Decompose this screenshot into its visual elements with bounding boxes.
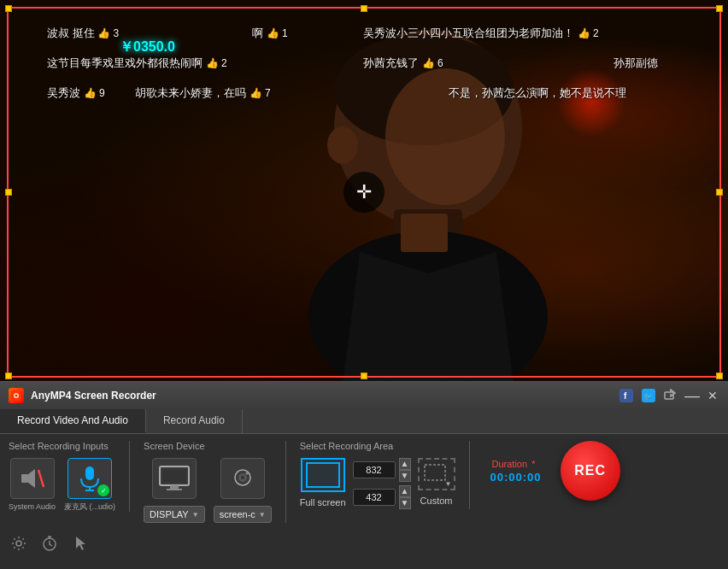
tab-video-audio[interactable]: Record Video And Audio	[0, 409, 146, 433]
svg-rect-22	[170, 485, 179, 489]
camera-icon-box[interactable]	[220, 458, 265, 499]
svg-rect-17	[85, 466, 94, 480]
custom-area-item[interactable]: ▼ Custom	[418, 458, 455, 506]
selected-badge: ✓	[97, 484, 109, 496]
display-dropdown[interactable]: DISPLAY ▼	[144, 506, 205, 523]
screen-device-label: Screen Device	[144, 441, 272, 451]
move-handle[interactable]: ✛	[343, 172, 385, 213]
microphone-icon-box[interactable]: ✓	[68, 458, 112, 499]
system-audio-icon-box[interactable]	[10, 458, 55, 499]
speaker-icon	[20, 466, 45, 491]
svg-rect-28	[307, 463, 339, 487]
display-item: DISPLAY ▼	[144, 458, 205, 523]
timer-icon[interactable]	[39, 533, 60, 554]
full-screen-icon	[306, 462, 340, 488]
full-screen-item[interactable]: Full screen	[300, 458, 346, 507]
titlebar-icons: f 🐦 — ✕	[619, 388, 719, 403]
recorder-panel: AnyMP4 Screen Recorder f 🐦	[0, 381, 728, 569]
recording-area-label: Select Recording Area	[300, 441, 455, 451]
microphone-label: 麦克风 (...udio)	[64, 502, 115, 512]
svg-text:🐦: 🐦	[643, 391, 654, 402]
size-inputs: ▲ ▼ ▲ ▼	[353, 458, 411, 509]
facebook-icon[interactable]: f	[619, 388, 634, 403]
svg-point-9	[15, 395, 18, 397]
svg-rect-15	[21, 474, 28, 483]
recording-inputs-items: System Audio ✓ 麦克风 (...udio)	[9, 458, 115, 512]
svg-point-5	[327, 126, 358, 164]
recording-inputs-label: Select Recording Inputs	[9, 441, 115, 451]
svg-rect-23	[167, 489, 182, 490]
svg-line-16	[38, 470, 44, 487]
svg-point-30	[16, 541, 21, 546]
height-input[interactable]	[353, 489, 396, 506]
width-input[interactable]	[353, 461, 396, 478]
recording-area-section: Select Recording Area Full screen	[300, 441, 470, 509]
camera-arrow: ▼	[259, 511, 266, 519]
recorder-tabs: Record Video And Audio Record Audio	[0, 409, 728, 434]
svg-point-26	[241, 476, 244, 479]
display-icon	[159, 466, 190, 491]
duration-time: 00:00:00	[490, 471, 542, 484]
camera-dropdown[interactable]: screen-c ▼	[214, 506, 272, 523]
rec-button[interactable]: REC	[561, 441, 620, 501]
height-up-btn[interactable]: ▲	[399, 485, 411, 497]
full-screen-label: Full screen	[300, 497, 346, 507]
system-audio-label: System Audio	[9, 502, 56, 512]
svg-rect-21	[162, 469, 186, 483]
height-row: ▲ ▼	[353, 485, 411, 509]
screen-device-items: DISPLAY ▼	[144, 458, 272, 523]
width-up-btn[interactable]: ▲	[399, 458, 411, 470]
recording-inputs-section: Select Recording Inputs System Audio	[9, 441, 130, 512]
recording-area-items: Full screen ▲ ▼	[300, 458, 455, 509]
duration-rec-section: Duration * 00:00:00 REC	[484, 441, 620, 501]
svg-rect-6	[401, 214, 448, 252]
share-icon[interactable]	[663, 388, 678, 403]
recorder-content: Select Recording Inputs System Audio	[0, 434, 728, 530]
video-area: 波叔 挺住 👍 3 啊 👍 1 吴秀波小三小四小五联合组团为老师加油！ 👍 2 …	[0, 0, 728, 384]
system-audio-item[interactable]: System Audio	[9, 458, 56, 512]
screen-device-section: Screen Device DISPLAY ▼	[144, 441, 286, 523]
full-screen-box[interactable]	[301, 458, 345, 492]
duration-label: Duration *	[490, 459, 542, 469]
svg-rect-29	[425, 465, 445, 480]
recorder-bottom	[0, 530, 728, 557]
height-down-btn[interactable]: ▼	[399, 497, 411, 509]
camera-item: screen-c ▼	[214, 458, 272, 523]
cursor-icon[interactable]	[70, 533, 91, 554]
microphone-item[interactable]: ✓ 麦克风 (...udio)	[64, 458, 115, 512]
person-silhouette	[274, 26, 573, 384]
width-down-btn[interactable]: ▼	[399, 470, 411, 482]
red-light	[557, 68, 625, 137]
watermark: ￥0350.0	[120, 38, 175, 56]
close-button[interactable]: ✕	[706, 389, 719, 402]
width-row: ▲ ▼	[353, 458, 411, 482]
app-title: AnyMP4 Screen Recorder	[31, 390, 612, 402]
display-dropdown-btn[interactable]: DISPLAY ▼	[144, 506, 205, 523]
svg-point-4	[385, 68, 505, 205]
settings-icon[interactable]	[9, 533, 29, 554]
tab-audio[interactable]: Record Audio	[146, 409, 243, 433]
custom-area-box[interactable]: ▼	[418, 458, 455, 490]
camera-dropdown-btn[interactable]: screen-c ▼	[214, 506, 272, 523]
size-and-custom: ▲ ▼ ▲ ▼	[353, 458, 411, 509]
display-icon-box[interactable]	[152, 458, 197, 499]
dropdown-arrow: ▼	[192, 511, 199, 519]
camera-icon	[228, 466, 257, 490]
custom-arrow: ▼	[445, 480, 452, 488]
app-icon	[9, 388, 24, 403]
twitter-icon[interactable]: 🐦	[641, 388, 656, 403]
minimize-button[interactable]: —	[685, 389, 699, 402]
svg-point-27	[245, 472, 248, 475]
duration-section: Duration * 00:00:00	[490, 459, 542, 484]
recorder-titlebar: AnyMP4 Screen Recorder f 🐦	[0, 382, 728, 409]
custom-label: Custom	[420, 496, 453, 506]
